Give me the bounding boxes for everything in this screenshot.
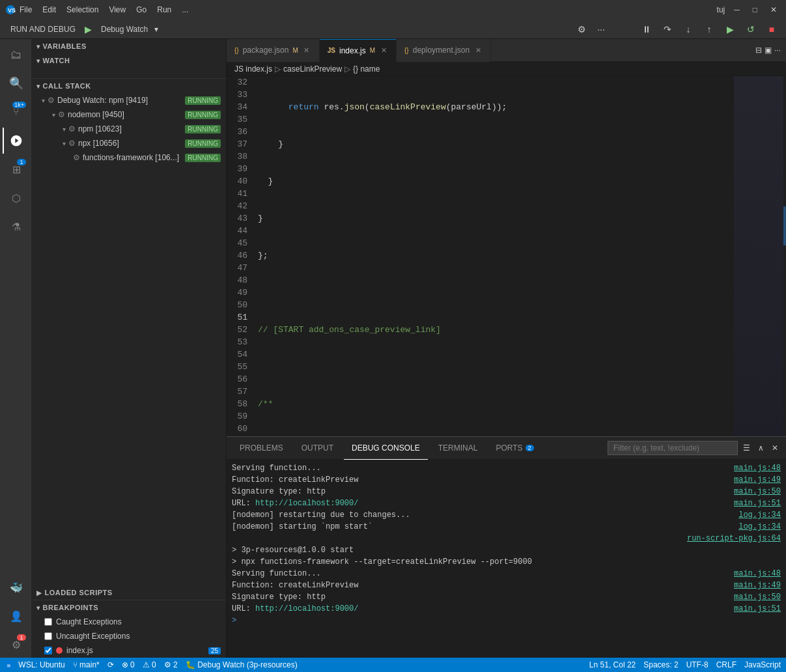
console-link-6[interactable]: log.js:34 <box>738 521 781 533</box>
debug-settings-icon[interactable]: ⚙ <box>572 22 591 36</box>
debug-play-btn[interactable]: ▶ <box>85 24 92 35</box>
loaded-scripts-header[interactable]: ▶ LOADED SCRIPTS <box>31 585 226 600</box>
debug-continue-btn[interactable]: ▶ <box>721 22 739 36</box>
close-btn[interactable]: ✕ <box>766 5 781 14</box>
menu-run[interactable]: Run <box>157 5 171 14</box>
variables-arrow: ▾ <box>36 43 40 50</box>
main-container: 🗂 🔍 ⑂ 1k+ ⊞ 1 ⬡ ⚗ 🐳 👤 ⚙ 1 ▾ VARIABLES <box>0 39 786 658</box>
panel-filter-input[interactable] <box>608 441 738 455</box>
activity-settings[interactable]: ⚙ 1 <box>3 632 29 658</box>
code-line-32: return res.json(caseLinkPreview(parseUrl… <box>258 101 729 113</box>
console-link-3[interactable]: main.js:50 <box>734 486 781 497</box>
menu-file[interactable]: File <box>20 5 32 14</box>
tab-output[interactable]: OUTPUT <box>294 437 341 460</box>
console-line-9: > npx functions-framework --target=creat… <box>232 556 781 568</box>
debug-step-into-btn[interactable]: ↓ <box>679 22 697 36</box>
console-link-12[interactable]: main.js:49 <box>734 580 781 591</box>
variables-header[interactable]: ▾ VARIABLES <box>31 39 226 53</box>
more-actions-icon[interactable]: ··· <box>774 46 781 55</box>
console-link-11[interactable]: main.js:48 <box>734 568 781 580</box>
console-link-1[interactable]: main.js:48 <box>734 462 781 474</box>
debug-step-out-btn[interactable]: ↑ <box>700 22 718 36</box>
console-link-5[interactable]: log.js:34 <box>738 509 781 521</box>
activity-explorer[interactable]: 🗂 <box>3 42 29 68</box>
status-debug-mode[interactable]: 🐛 Debug Watch (3p-resources) <box>186 660 298 669</box>
breakpoints-header[interactable]: ▾ BREAKPOINTS <box>31 600 226 615</box>
status-spaces[interactable]: Spaces: 2 <box>643 660 678 669</box>
status-wsl[interactable]: ≋ WSL: Ubuntu <box>5 660 65 670</box>
panel-close-icon[interactable]: ✕ <box>769 442 781 454</box>
menu-edit[interactable]: Edit <box>42 5 56 14</box>
tab-package-json[interactable]: {} package.json M ✕ <box>227 39 320 62</box>
debug-config-label: Debug Watch <box>96 25 153 34</box>
debug-step-over-btn[interactable]: ↷ <box>658 22 677 36</box>
tab-ports[interactable]: PORTS 2 <box>488 437 541 460</box>
caught-exceptions-checkbox[interactable] <box>44 618 52 626</box>
debug-stop-btn[interactable]: ■ <box>763 22 781 36</box>
call-stack-header[interactable]: ▾ CALL STACK <box>31 79 226 93</box>
panel-list-icon[interactable]: ☰ <box>740 442 753 454</box>
tab-deployment-json[interactable]: {} deployment.json ✕ <box>397 39 491 62</box>
index-js-close[interactable]: ✕ <box>379 46 388 55</box>
breadcrumb-class[interactable]: caseLinkPreview <box>283 64 342 74</box>
console-link-13[interactable]: main.js:50 <box>734 591 781 603</box>
debug-more-icon[interactable]: ··· <box>592 22 610 36</box>
package-json-close[interactable]: ✕ <box>302 46 311 55</box>
watch-header[interactable]: ▾ WATCH <box>31 53 226 68</box>
status-language[interactable]: JavaScript <box>744 660 781 669</box>
menu-selection[interactable]: Selection <box>66 5 98 14</box>
index-js-checkbox[interactable] <box>44 647 52 654</box>
console-line-11: Serving function... main.js:48 <box>232 568 781 580</box>
tab-terminal[interactable]: TERMINAL <box>430 437 486 460</box>
panel-collapse-icon[interactable]: ∧ <box>755 442 766 454</box>
activity-debug[interactable] <box>3 128 29 154</box>
console-link-2[interactable]: main.js:49 <box>734 474 781 486</box>
status-sync[interactable]: ⟳ <box>107 660 114 669</box>
console-link-7[interactable]: run-script-pkg.js:64 <box>687 533 781 544</box>
activity-flask[interactable]: ⚗ <box>3 214 29 240</box>
activity-tests[interactable]: ⬡ <box>3 185 29 211</box>
call-stack-item-functions[interactable]: ⚙ functions-framework [106...] RUNNING <box>31 150 226 165</box>
breadcrumb-prop[interactable]: {} name <box>353 64 380 74</box>
split-editor-icon[interactable]: ⊟ <box>755 46 762 55</box>
status-eol[interactable]: CRLF <box>716 660 737 669</box>
console-link-4[interactable]: main.js:51 <box>734 497 781 509</box>
toggle-panel-icon[interactable]: ▣ <box>765 46 772 55</box>
uncaught-exceptions-checkbox[interactable] <box>44 632 52 640</box>
call-stack-item-npx[interactable]: ▾ ⚙ npx [10656] RUNNING <box>31 136 226 150</box>
console-link-14[interactable]: main.js:51 <box>734 603 781 615</box>
tab-problems[interactable]: PROBLEMS <box>232 437 291 460</box>
menu-more[interactable]: ... <box>182 5 188 14</box>
breadcrumb-file[interactable]: JS index.js <box>234 64 272 74</box>
caught-exceptions-label: Caught Exceptions <box>56 617 122 626</box>
debug-pause-btn[interactable]: ⏸ <box>638 22 656 36</box>
call-stack-item-npm[interactable]: ▾ ⚙ npm [10623] RUNNING <box>31 122 226 136</box>
menu-view[interactable]: View <box>109 5 126 14</box>
menu-go[interactable]: Go <box>136 5 147 14</box>
status-branch[interactable]: ⑂ main* <box>73 660 100 669</box>
panel: PROBLEMS OUTPUT DEBUG CONSOLE TERMINAL P… <box>227 436 786 658</box>
debug-dropdown-icon[interactable]: ▾ <box>154 25 158 34</box>
debug-restart-btn[interactable]: ↺ <box>742 22 760 36</box>
line-num-50: 50 <box>232 299 247 311</box>
call-stack-item-nodemon[interactable]: ▾ ⚙ nodemon [9450] RUNNING <box>31 107 226 122</box>
activity-search[interactable]: 🔍 <box>3 70 29 96</box>
deployment-json-icon: {} <box>404 47 409 54</box>
activity-account[interactable]: 👤 <box>3 603 29 629</box>
deployment-json-close[interactable]: ✕ <box>473 46 483 55</box>
code-line-36: }; <box>258 249 729 262</box>
status-workers[interactable]: ⚙ 2 <box>164 660 178 669</box>
status-errors[interactable]: ⊗ 0 <box>122 660 135 669</box>
tab-debug-console[interactable]: DEBUG CONSOLE <box>344 437 428 460</box>
call-stack-item-debug-watch[interactable]: ▾ ⚙ Debug Watch: npm [9419] RUNNING <box>31 93 226 107</box>
tab-index-js[interactable]: JS index.js M ✕ <box>320 39 397 62</box>
maximize-btn[interactable]: □ <box>749 5 761 14</box>
deployment-json-label: deployment.json <box>413 46 470 55</box>
activity-extensions[interactable]: ⊞ 1 <box>3 156 29 182</box>
minimize-btn[interactable]: ─ <box>730 5 744 14</box>
activity-source-control[interactable]: ⑂ 1k+ <box>3 99 29 125</box>
status-position[interactable]: Ln 51, Col 22 <box>589 660 636 669</box>
status-warnings[interactable]: ⚠ 0 <box>143 660 156 669</box>
activity-docker[interactable]: 🐳 <box>3 574 29 600</box>
status-encoding[interactable]: UTF-8 <box>686 660 709 669</box>
